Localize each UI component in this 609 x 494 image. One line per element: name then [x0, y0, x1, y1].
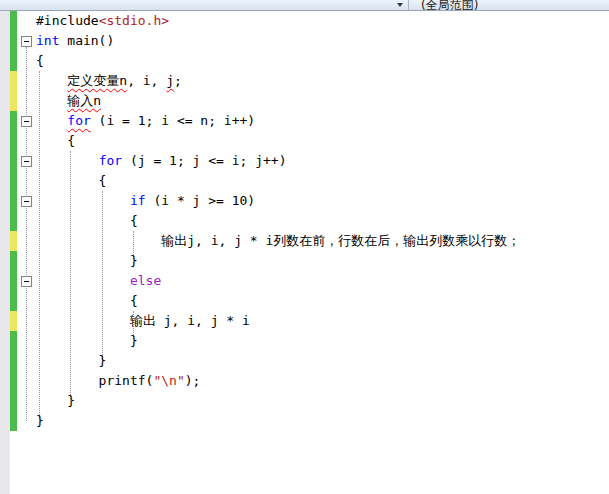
chevron-down-icon — [397, 3, 403, 7]
code-line[interactable]: 输出j, i, j * i列数在前，行数在后，输出列数乘以行数； — [0, 231, 609, 251]
code-text: else — [36, 271, 161, 291]
navigation-bar: (全局范围) — [0, 0, 609, 11]
change-tracking-bar — [10, 71, 17, 91]
change-tracking-bar — [10, 171, 17, 191]
code-text: if (i * j >= 10) — [36, 191, 255, 211]
change-tracking-bar — [10, 51, 17, 71]
code-line[interactable]: { — [0, 171, 609, 191]
code-line[interactable]: if (i * j >= 10) — [0, 191, 609, 211]
fold-collapse-box[interactable] — [21, 156, 32, 167]
change-tracking-bar — [10, 291, 17, 311]
change-tracking-bar — [10, 251, 17, 271]
code-text: 输入n — [36, 91, 101, 111]
code-line[interactable]: { — [0, 211, 609, 231]
code-text: for (i = 1; i <= n; i++) — [36, 111, 255, 131]
code-text: { — [36, 51, 44, 71]
code-line[interactable]: int main() — [0, 31, 609, 51]
change-tracking-bar — [10, 231, 17, 251]
fold-collapse-box[interactable] — [21, 196, 32, 207]
code-text: { — [36, 131, 75, 151]
change-tracking-bar — [10, 111, 17, 131]
change-tracking-bar — [10, 91, 17, 111]
code-line[interactable]: 输出 j, i, j * i — [0, 311, 609, 331]
code-text: } — [36, 251, 138, 271]
change-tracking-bar — [10, 411, 17, 431]
code-line[interactable]: for (i = 1; i <= n; i++) — [0, 111, 609, 131]
code-text: { — [36, 171, 106, 191]
scope-dropdown-left[interactable] — [0, 0, 408, 10]
change-tracking-bar — [10, 371, 17, 391]
change-tracking-bar — [10, 31, 17, 51]
code-text: 输出j, i, j * i列数在前，行数在后，输出列数乘以行数； — [36, 231, 520, 251]
change-tracking-bar — [10, 191, 17, 211]
code-text: printf("\n"); — [36, 371, 200, 391]
code-text: 输出 j, i, j * i — [36, 311, 250, 331]
code-text: int main() — [36, 31, 114, 51]
fold-collapse-box[interactable] — [21, 36, 32, 47]
code-line[interactable]: } — [0, 411, 609, 431]
scope-dropdown-global[interactable]: (全局范围) — [409, 0, 609, 10]
code-line[interactable]: } — [0, 391, 609, 411]
code-editor[interactable]: #include<stdio.h>int main(){ 定义变量n, i, j… — [0, 11, 609, 494]
code-text: } — [36, 391, 75, 411]
change-tracking-bar — [10, 11, 17, 31]
code-line[interactable]: #include<stdio.h> — [0, 11, 609, 31]
code-line[interactable]: { — [0, 291, 609, 311]
code-text: 定义变量n, i, j; — [36, 71, 182, 91]
code-line[interactable]: } — [0, 331, 609, 351]
code-text: } — [36, 351, 106, 371]
code-line[interactable]: 输入n — [0, 91, 609, 111]
change-tracking-bar — [10, 331, 17, 351]
fold-collapse-box[interactable] — [21, 276, 32, 287]
code-text: for (j = 1; j <= i; j++) — [36, 151, 286, 171]
code-text: } — [36, 331, 138, 351]
code-text: { — [36, 211, 138, 231]
change-tracking-bar — [10, 151, 17, 171]
fold-collapse-box[interactable] — [21, 116, 32, 127]
code-line[interactable]: 定义变量n, i, j; — [0, 71, 609, 91]
change-tracking-bar — [10, 211, 17, 231]
change-tracking-bar — [10, 131, 17, 151]
code-line[interactable]: { — [0, 51, 609, 71]
code-line[interactable]: printf("\n"); — [0, 371, 609, 391]
change-tracking-bar — [10, 271, 17, 291]
code-line[interactable]: } — [0, 251, 609, 271]
code-text: { — [36, 291, 138, 311]
change-tracking-bar — [10, 391, 17, 411]
scope-dropdown-label: (全局范围) — [421, 0, 478, 11]
code-line[interactable]: else — [0, 271, 609, 291]
change-tracking-bar — [10, 351, 17, 371]
code-line[interactable]: for (j = 1; j <= i; j++) — [0, 151, 609, 171]
code-line[interactable]: { — [0, 131, 609, 151]
change-tracking-bar — [10, 311, 17, 331]
code-text: #include<stdio.h> — [36, 11, 169, 31]
code-line[interactable]: } — [0, 351, 609, 371]
code-text: } — [36, 411, 44, 431]
